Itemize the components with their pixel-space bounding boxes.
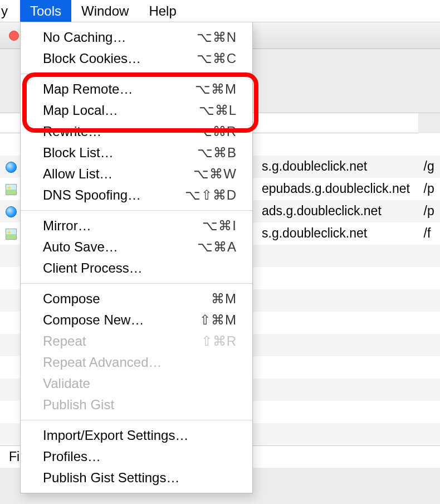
menu-item-label: Import/Export Settings…	[43, 428, 188, 443]
menu-item-label: Auto Save…	[43, 239, 118, 255]
menu-item-label: Profiles…	[43, 449, 101, 464]
row-path-cell: /p	[418, 178, 440, 200]
close-traffic-light-icon[interactable]	[9, 31, 19, 41]
image-icon	[6, 184, 17, 195]
menu-item-compose-new[interactable]: Compose New…⇧⌘M	[21, 309, 252, 331]
row-path-cell	[418, 133, 440, 156]
row-path-cell	[418, 356, 440, 379]
menu-item-label: DNS Spoofing…	[43, 187, 141, 203]
menu-item-dns-spoofing[interactable]: DNS Spoofing…⌥⇧⌘D	[21, 185, 252, 206]
menu-item-label: No Caching…	[43, 30, 126, 45]
menu-item-label: Mirror…	[43, 218, 91, 234]
menu-item-client-process[interactable]: Client Process…	[21, 258, 252, 279]
row-path-cell	[418, 423, 440, 445]
menu-item-map-remote[interactable]: Map Remote…⌥⌘M	[21, 79, 252, 100]
menu-item-block-cookies[interactable]: Block Cookies…⌥⌘C	[21, 48, 252, 69]
menu-item-rewrite[interactable]: Rewrite…⌥⌘R	[21, 121, 252, 142]
image-icon	[6, 229, 17, 240]
menu-item-publish-gist-settings[interactable]: Publish Gist Settings…	[21, 467, 252, 488]
tools-menu: No Caching…⌥⌘NBlock Cookies…⌥⌘CMap Remot…	[20, 22, 253, 493]
menu-item-label: Map Local…	[43, 103, 118, 118]
row-path-cell	[418, 289, 440, 312]
row-path-cell: /p	[418, 200, 440, 222]
menu-item-label: Publish Gist	[43, 397, 114, 413]
filter-label: Fi	[9, 449, 19, 464]
menu-item-shortcut: ⌥⌘W	[193, 166, 237, 182]
menu-item-label: Repeat	[43, 333, 86, 349]
menu-item-repeat-advanced: Repeat Advanced…	[21, 352, 252, 373]
menu-item-shortcut: ⇧⌘M	[199, 312, 237, 328]
menu-item-map-local[interactable]: Map Local…⌥⌘L	[21, 100, 252, 121]
menubar-item-tools[interactable]: Tools	[20, 0, 71, 22]
menu-item-profiles[interactable]: Profiles…	[21, 446, 252, 467]
row-path-cell: /g	[418, 156, 440, 178]
menu-item-import-export-settings[interactable]: Import/Export Settings…	[21, 425, 252, 446]
menu-item-label: Block Cookies…	[43, 51, 141, 66]
menubar-truncated-left: y	[0, 0, 20, 22]
menu-item-publish-gist: Publish Gist	[21, 394, 252, 415]
menubar-item-window[interactable]: Window	[71, 0, 139, 22]
globe-icon	[6, 162, 17, 173]
menu-item-label: Client Process…	[43, 260, 143, 276]
row-path-cell	[418, 245, 440, 267]
row-path-cell	[418, 379, 440, 401]
menu-item-label: Compose	[43, 291, 100, 307]
menu-item-label: Allow List…	[43, 166, 113, 182]
menu-item-label: Compose New…	[43, 312, 144, 328]
menu-item-shortcut: ⌥⌘A	[197, 239, 237, 255]
menu-item-label: Rewrite…	[43, 124, 101, 139]
menu-item-mirror[interactable]: Mirror…⌥⌘I	[21, 215, 252, 236]
menu-item-auto-save[interactable]: Auto Save…⌥⌘A	[21, 236, 252, 258]
menu-item-shortcut: ⌥⌘R	[197, 124, 237, 139]
menu-item-block-list[interactable]: Block List…⌥⌘B	[21, 142, 252, 163]
menu-item-shortcut: ⌥⌘M	[195, 81, 237, 97]
menu-item-shortcut: ⌥⌘C	[197, 51, 237, 66]
row-path-cell	[418, 267, 440, 289]
menu-item-label: Repeat Advanced…	[43, 355, 162, 370]
menu-item-shortcut: ⌥⌘L	[199, 103, 237, 118]
menu-item-label: Block List…	[43, 145, 114, 161]
globe-icon	[6, 206, 17, 217]
menubar-item-help[interactable]: Help	[139, 0, 186, 22]
menu-item-no-caching[interactable]: No Caching…⌥⌘N	[21, 27, 252, 48]
menu-item-repeat: Repeat⇧⌘R	[21, 331, 252, 352]
menu-item-shortcut: ⌥⌘I	[202, 218, 237, 234]
menu-item-shortcut: ⌘M	[211, 291, 237, 307]
menu-item-shortcut: ⇧⌘R	[201, 333, 237, 349]
menu-item-label: Validate	[43, 376, 90, 391]
row-path-cell	[418, 401, 440, 423]
menu-item-label: Map Remote…	[43, 81, 133, 97]
row-path-cell	[418, 312, 440, 334]
row-path-cell	[418, 334, 440, 356]
menu-item-shortcut: ⌥⇧⌘D	[185, 187, 237, 203]
menu-item-label: Publish Gist Settings…	[43, 470, 179, 486]
menu-item-shortcut: ⌥⌘N	[197, 30, 237, 45]
menubar: y Tools Window Help	[0, 0, 440, 22]
row-path-cell: /f	[418, 222, 440, 245]
menu-item-shortcut: ⌥⌘B	[197, 145, 237, 161]
menu-item-validate: Validate	[21, 373, 252, 394]
menu-item-compose[interactable]: Compose⌘M	[21, 288, 252, 309]
menu-item-allow-list[interactable]: Allow List…⌥⌘W	[21, 163, 252, 185]
